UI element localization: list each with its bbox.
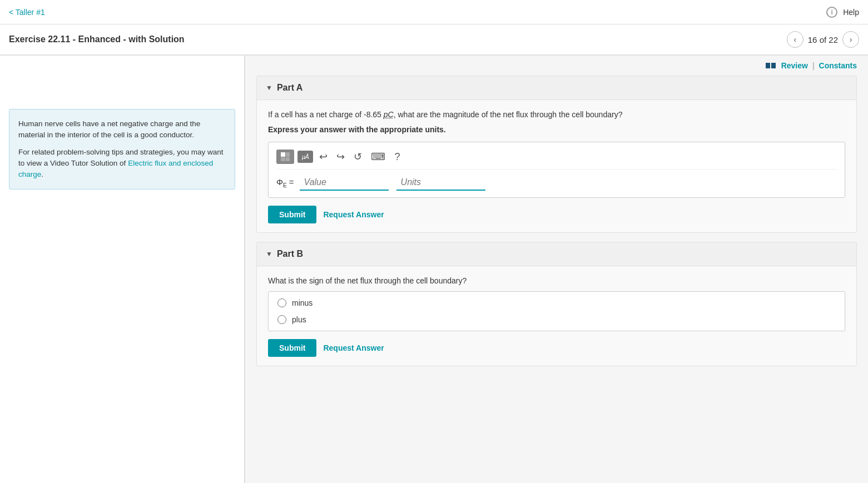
part-b-actions: Submit Request Answer: [268, 339, 845, 357]
info-box: Human nerve cells have a net negative ch…: [9, 109, 235, 190]
review-icon: [766, 63, 776, 68]
top-links-bar: Review | Constants: [256, 56, 857, 76]
radio-plus-label: plus: [292, 315, 306, 324]
next-button[interactable]: ›: [842, 31, 859, 48]
part-a-section: ▼ Part A If a cell has a net charge of -…: [256, 76, 857, 233]
info-text-1: Human nerve cells have a net negative ch…: [18, 118, 226, 141]
part-a-question: If a cell has a net charge of -8.65 pC, …: [268, 109, 845, 121]
part-b-body: What is the sign of the net flux through…: [257, 266, 856, 366]
prev-button[interactable]: ‹: [787, 31, 803, 48]
radio-group: minus plus: [268, 291, 845, 331]
undo-button[interactable]: ↩: [316, 149, 330, 165]
radio-plus-input[interactable]: [277, 315, 286, 324]
review-link[interactable]: Review: [781, 61, 808, 70]
eq-row: ΦE =: [276, 175, 837, 191]
help-label: Help: [843, 8, 859, 17]
radio-plus-option[interactable]: plus: [277, 315, 836, 324]
exercise-title: Exercise 22.11 - Enhanced - with Solutio…: [9, 34, 185, 44]
radio-minus-option[interactable]: minus: [277, 298, 836, 307]
info-text-2: For related problem-solving tips and str…: [18, 147, 226, 181]
page-count: 16 of 22: [808, 35, 838, 44]
part-a-request-answer-link[interactable]: Request Answer: [323, 210, 384, 219]
part-a-header[interactable]: ▼ Part A: [257, 76, 856, 100]
part-b-submit-button[interactable]: Submit: [268, 339, 316, 357]
part-b-chevron-icon: ▼: [266, 250, 272, 258]
equation-container: μÅ ↩ ↪ ↺ ⌨ ? ΦE =: [268, 142, 845, 198]
sidebar: Human nerve cells have a net negative ch…: [0, 56, 245, 483]
nav-controls: ‹ 16 of 22 ›: [787, 31, 859, 48]
help-circle-icon: i: [826, 7, 837, 18]
eq-subscript: E: [283, 182, 287, 188]
exercise-header: Exercise 22.11 - Enhanced - with Solutio…: [0, 24, 868, 56]
top-nav-bar: < Taller #1 i Help: [0, 0, 868, 24]
part-a-label: Part A: [277, 83, 303, 93]
part-b-section: ▼ Part B What is the sign of the net flu…: [256, 242, 857, 366]
part-a-body: If a cell has a net charge of -8.65 pC, …: [257, 100, 856, 232]
value-input[interactable]: [300, 175, 389, 191]
part-b-header[interactable]: ▼ Part B: [257, 242, 856, 266]
constants-link[interactable]: Constants: [819, 61, 857, 70]
part-b-label: Part B: [277, 249, 303, 259]
part-a-submit-button[interactable]: Submit: [268, 206, 316, 223]
part-a-actions: Submit Request Answer: [268, 206, 845, 223]
eq-help-button[interactable]: ?: [391, 150, 403, 165]
separator: |: [812, 61, 815, 70]
part-b-question: What is the sign of the net flux through…: [268, 275, 845, 287]
content-area: Review | Constants ▼ Part A If a cell ha…: [245, 56, 868, 483]
part-b-request-answer-link[interactable]: Request Answer: [323, 343, 384, 352]
units-input[interactable]: [396, 175, 485, 191]
part-a-chevron-icon: ▼: [266, 84, 272, 92]
matrix-button[interactable]: [276, 150, 294, 164]
back-link[interactable]: < Taller #1: [9, 8, 45, 17]
eq-toolbar: μÅ ↩ ↪ ↺ ⌨ ?: [276, 149, 837, 170]
reset-button[interactable]: ↺: [351, 149, 365, 165]
keyboard-button[interactable]: ⌨: [368, 149, 388, 165]
units-button[interactable]: μÅ: [297, 151, 313, 163]
radio-minus-input[interactable]: [277, 298, 286, 307]
main-layout: Human nerve cells have a net negative ch…: [0, 56, 868, 483]
top-right-controls: i Help: [826, 7, 859, 18]
redo-button[interactable]: ↪: [334, 149, 348, 165]
part-a-express: Express your answer with the appropriate…: [268, 125, 845, 134]
eq-label: ΦE =: [276, 177, 294, 188]
radio-minus-label: minus: [292, 298, 313, 307]
